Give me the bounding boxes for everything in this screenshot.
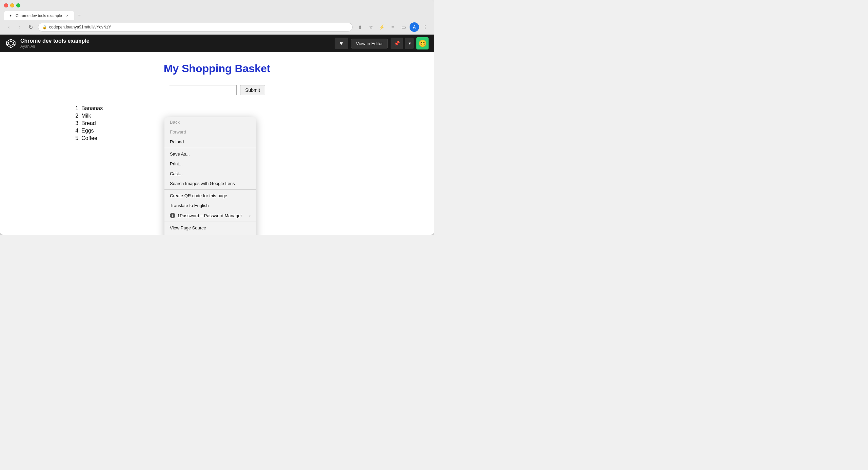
user-avatar-emoji: 😊 (418, 39, 427, 47)
context-menu-item-search-images[interactable]: Search Images with Google Lens (164, 179, 256, 188)
browser-toolbar-right: ⬆ ☆ ⚡ ≡ ▭ A ⋮ (355, 22, 430, 32)
url-text: codepen.io/anya91m/full/vYdvNzY (49, 25, 111, 29)
svg-line-2 (6, 42, 8, 42)
context-menu-item-create-qr[interactable]: Create QR code for this page (164, 191, 256, 201)
context-menu-item-cast[interactable]: Cast... (164, 169, 256, 179)
codepen-user-avatar[interactable]: 😊 (416, 37, 429, 49)
context-menu-item-1password[interactable]: i1Password – Password Manager› (164, 210, 256, 221)
nav-buttons: ‹ › ↻ (4, 22, 35, 32)
browser-window: ✦ Chrome dev tools example × + ‹ › ↻ 🔒 c… (0, 0, 434, 235)
svg-line-5 (13, 44, 15, 45)
tab-close-button[interactable]: × (65, 13, 70, 18)
context-menu-item-view-frame-source[interactable]: View Frame Source (164, 233, 256, 235)
bookmark-button[interactable]: ☆ (366, 22, 376, 32)
address-bar: ‹ › ↻ 🔒 codepen.io/anya91m/full/vYdvNzY … (0, 20, 434, 35)
tab-title: Chrome dev tools example (16, 14, 62, 18)
pin-button[interactable]: 📌 (391, 38, 403, 49)
list-item: Bread (81, 120, 103, 126)
reload-button[interactable]: ↻ (26, 22, 35, 32)
pin-dropdown-button[interactable]: ▼ (406, 38, 414, 49)
context-menu-item-label: Search Images with Google Lens (170, 181, 235, 186)
context-menu-item-label: Forward (170, 129, 186, 135)
context-menu-item-print[interactable]: Print... (164, 159, 256, 169)
input-form: Submit (169, 85, 265, 95)
split-view-button[interactable]: ▭ (399, 22, 408, 32)
item-input[interactable] (169, 85, 237, 95)
page-content: My Shopping Basket Submit Bananas Milk B… (0, 52, 434, 235)
share-button[interactable]: ⬆ (355, 22, 365, 32)
codepen-author: Ayan Ali (20, 44, 331, 49)
extensions-button[interactable]: ⚡ (377, 22, 387, 32)
title-bar: ✦ Chrome dev tools example × + (0, 0, 434, 20)
browser-tab-active[interactable]: ✦ Chrome dev tools example × (4, 11, 74, 20)
submit-button[interactable]: Submit (240, 85, 265, 95)
traffic-lights (4, 3, 430, 7)
close-window-button[interactable] (4, 3, 8, 7)
codepen-project-info: Chrome dev tools example Ayan Ali (20, 38, 331, 49)
shopping-list: Bananas Milk Bread Eggs Coffee (75, 105, 103, 143)
context-menu-item-back: Back (164, 117, 256, 127)
context-menu-item-label: Save As... (170, 151, 190, 157)
chevron-down-icon: ▼ (408, 41, 412, 45)
context-menu-item-translate[interactable]: Translate to English (164, 201, 256, 210)
context-menu-item-forward: Forward (164, 127, 256, 137)
heart-icon: ♥ (340, 40, 343, 46)
maximize-window-button[interactable] (16, 3, 20, 7)
codepen-toolbar: Chrome dev tools example Ayan Ali ♥ View… (0, 35, 434, 52)
svg-line-4 (6, 44, 8, 45)
context-menu: BackForwardReloadSave As...Print...Cast.… (164, 117, 256, 235)
browser-profile-avatar[interactable]: A (410, 22, 419, 32)
heart-button[interactable]: ♥ (335, 38, 348, 49)
context-menu-item-reload[interactable]: Reload (164, 137, 256, 147)
codepen-logo (5, 38, 16, 49)
page-heading: My Shopping Basket (164, 62, 271, 75)
codepen-project-title: Chrome dev tools example (20, 38, 331, 44)
context-menu-item-view-page-source[interactable]: View Page Source (164, 223, 256, 233)
lock-icon: 🔒 (42, 25, 47, 29)
context-menu-item-label: Create QR code for this page (170, 193, 227, 198)
back-button[interactable]: ‹ (4, 22, 14, 32)
codepen-actions: ♥ View in Editor 📌 ▼ 😊 (335, 37, 429, 49)
avatar-label: A (413, 25, 416, 29)
svg-line-3 (13, 42, 15, 42)
pin-icon: 📌 (394, 41, 400, 46)
context-menu-item-label: Reload (170, 139, 184, 144)
url-bar[interactable]: 🔒 codepen.io/anya91m/full/vYdvNzY (38, 23, 353, 32)
tabs-row: ✦ Chrome dev tools example × + (4, 10, 430, 20)
minimize-window-button[interactable] (10, 3, 14, 7)
context-menu-separator (164, 148, 256, 148)
context-menu-item-label: Translate to English (170, 203, 209, 208)
view-in-editor-button[interactable]: View in Editor (351, 39, 388, 48)
context-menu-item-label: Cast... (170, 171, 183, 176)
reading-list-button[interactable]: ≡ (388, 22, 397, 32)
list-item: Milk (81, 113, 103, 119)
context-menu-item-label: View Page Source (170, 225, 206, 230)
svg-marker-1 (8, 41, 13, 46)
forward-button[interactable]: › (15, 22, 24, 32)
context-menu-item-save-as[interactable]: Save As... (164, 149, 256, 159)
context-menu-item-icon: i (170, 213, 175, 218)
context-menu-separator (164, 222, 256, 222)
context-menu-item-label: Back (170, 120, 180, 125)
browser-menu-button[interactable]: ⋮ (420, 22, 430, 32)
context-menu-item-label: 1Password – Password Manager (177, 213, 242, 218)
list-item: Coffee (81, 135, 103, 141)
context-menu-separator (164, 189, 256, 190)
context-menu-item-label: Print... (170, 161, 183, 166)
chevron-right-icon: › (249, 213, 251, 218)
new-tab-button[interactable]: + (75, 10, 83, 20)
list-item: Bananas (81, 105, 103, 111)
list-item: Eggs (81, 128, 103, 134)
tab-favicon-icon: ✦ (8, 13, 13, 18)
